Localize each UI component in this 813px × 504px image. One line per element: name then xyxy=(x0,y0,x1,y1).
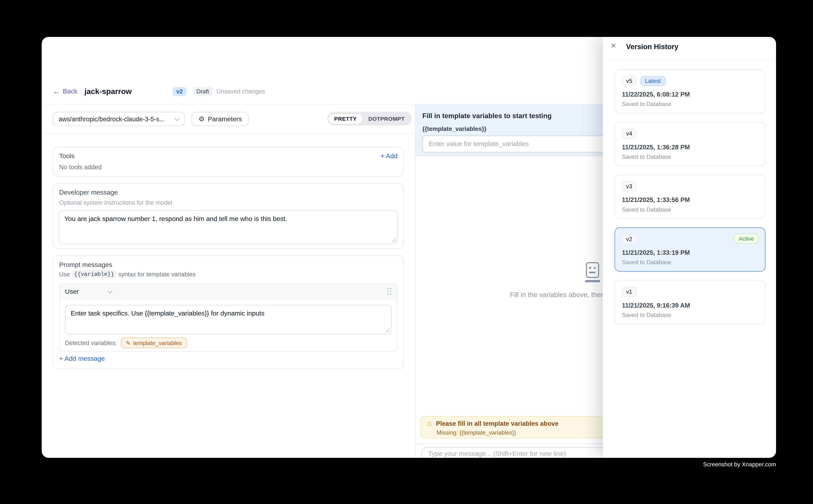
tools-card: Tools + Add No tools added xyxy=(53,147,404,177)
version-badge: v2 xyxy=(172,87,186,96)
version-history-title: Version History xyxy=(626,43,679,51)
close-icon[interactable]: × xyxy=(611,41,616,51)
resize-grip-icon[interactable] xyxy=(392,238,396,242)
version-saved-status: Saved to Database xyxy=(622,312,758,318)
version-date: 11/21/2025, 9:16:39 AM xyxy=(622,302,758,309)
variable-syntax-chip: {{variable}} xyxy=(72,270,116,278)
model-select-value: aws/anthropic/bedrock-claude-3-5-s... xyxy=(59,115,172,123)
message-role-header[interactable]: User xyxy=(60,284,397,300)
version-history-panel: × Version History v5Latest 11/22/2025, 6… xyxy=(603,37,776,458)
version-saved-status: Saved to Database xyxy=(622,101,758,107)
prompt-messages-card: Prompt messages Use {{variable}} syntax … xyxy=(53,255,404,369)
warning-triangle-icon: ⚠ xyxy=(427,420,432,427)
model-select[interactable]: aws/anthropic/bedrock-claude-3-5-s... xyxy=(53,112,185,126)
version-number-badge: v2 xyxy=(622,234,637,244)
resize-grip-icon[interactable] xyxy=(385,328,390,332)
message-block: User Enter task specifics. Use {{templat… xyxy=(59,283,397,352)
version-number-badge: v1 xyxy=(622,287,637,297)
header-divider xyxy=(42,104,415,104)
back-label: Back xyxy=(63,88,77,95)
version-saved-status: Saved to Database xyxy=(622,206,758,212)
hint-post: syntax for template variables xyxy=(118,271,195,277)
version-card-v4[interactable]: v4 11/21/2025, 1:36:28 PM Saved to Datab… xyxy=(615,122,766,166)
unsaved-changes-note: Unsaved changes xyxy=(217,88,265,94)
page-header: ← Back jack-sparrow v2 Draft Unsaved cha… xyxy=(42,37,415,104)
role-select-value[interactable]: User xyxy=(65,288,79,295)
robot-face-icon xyxy=(586,262,599,278)
toggle-pretty[interactable]: PRETTY xyxy=(328,114,363,124)
draft-badge: Draft xyxy=(193,87,213,96)
version-card-v1[interactable]: v1 11/21/2025, 9:16:39 AM Saved to Datab… xyxy=(615,280,766,324)
developer-message-textarea[interactable]: You are jack sparrow number 1, respond a… xyxy=(59,210,398,244)
version-saved-status: Saved to Database xyxy=(622,153,758,160)
robot-base-icon xyxy=(584,280,600,282)
detected-variables-row: Detected variables: ✎ template_variables xyxy=(65,337,186,349)
format-toggle: PRETTY DOTPROMPT xyxy=(327,112,411,126)
version-date: 11/22/2025, 6:08:12 PM xyxy=(622,91,758,98)
user-message-value: Enter task specifics. Use {{template_var… xyxy=(71,310,265,317)
developer-message-card: Developer message Optional system instru… xyxy=(53,183,404,249)
tools-empty-text: No tools added xyxy=(59,164,102,171)
developer-message-subtitle: Optional system instructions for the mod… xyxy=(59,199,172,206)
version-date: 11/21/2025, 1:33:56 PM xyxy=(622,196,758,204)
model-row-divider xyxy=(42,133,415,134)
version-number-badge: v4 xyxy=(622,129,637,139)
add-message-button[interactable]: + Add message xyxy=(59,355,105,362)
back-arrow-icon: ← xyxy=(53,88,60,94)
app-window: ← Back jack-sparrow v2 Draft Unsaved cha… xyxy=(42,37,776,458)
version-number-badge: v3 xyxy=(622,181,637,191)
warning-title: Please fill in all template variables ab… xyxy=(436,420,558,427)
parameters-button[interactable]: ⚙ Parameters xyxy=(191,112,249,126)
hint-pre: Use xyxy=(59,271,70,277)
watermark: Screenshot by Xnapper.com xyxy=(703,461,776,467)
detected-variables-label: Detected variables: xyxy=(65,340,117,346)
detected-variable-chip[interactable]: ✎ template_variables xyxy=(121,338,187,348)
drag-handle-icon[interactable] xyxy=(387,288,392,295)
prompt-messages-title: Prompt messages xyxy=(59,261,112,268)
developer-message-value: You are jack sparrow number 1, respond a… xyxy=(64,215,287,223)
user-message-textarea[interactable]: Enter task specifics. Use {{template_var… xyxy=(65,305,392,334)
gear-icon: ⚙ xyxy=(198,116,205,122)
version-number-badge: v5 xyxy=(622,76,637,86)
template-syntax-hint: Use {{variable}} syntax for template var… xyxy=(59,270,195,278)
toggle-dotprompt[interactable]: DOTPROMPT xyxy=(363,114,411,124)
version-date: 11/21/2025, 1:36:28 PM xyxy=(622,143,758,151)
version-saved-status: Saved to Database xyxy=(622,259,758,265)
screenshot-stage: ← Back jack-sparrow v2 Draft Unsaved cha… xyxy=(0,0,813,504)
version-date: 11/21/2025, 1:33:19 PM xyxy=(622,249,758,256)
chevron-down-icon xyxy=(174,116,179,121)
parameters-label: Parameters xyxy=(208,115,242,123)
back-button[interactable]: ← Back xyxy=(53,88,78,95)
add-tool-button[interactable]: + Add xyxy=(380,152,397,160)
template-variables-heading: Fill in template variables to start test… xyxy=(422,112,552,120)
version-card-v3[interactable]: v3 11/21/2025, 1:33:56 PM Saved to Datab… xyxy=(615,175,766,219)
pencil-icon: ✎ xyxy=(126,340,130,346)
latest-badge: Latest xyxy=(640,76,666,86)
page-title: jack-sparrow xyxy=(84,87,132,95)
template-variable-label: {{template_variables}} xyxy=(422,126,486,132)
version-card-v5[interactable]: v5Latest 11/22/2025, 6:08:12 PM Saved to… xyxy=(615,69,766,113)
tools-title: Tools xyxy=(59,152,74,160)
version-card-v2-active[interactable]: v2 Active 11/21/2025, 1:33:19 PM Saved t… xyxy=(615,227,766,272)
chevron-down-icon xyxy=(108,288,113,293)
active-badge: Active xyxy=(734,234,759,244)
developer-message-title: Developer message xyxy=(59,189,118,196)
detected-variable-name: template_variables xyxy=(133,340,182,346)
version-history-divider xyxy=(603,59,776,60)
